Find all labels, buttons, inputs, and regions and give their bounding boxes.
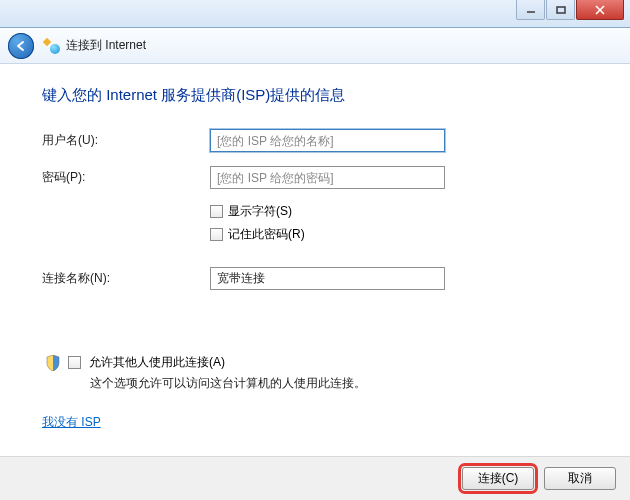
content-area: 键入您的 Internet 服务提供商(ISP)提供的信息 用户名(U): 密码… <box>0 64 630 456</box>
connection-name-label: 连接名称(N): <box>42 270 210 287</box>
allow-others-checkbox[interactable] <box>68 356 81 369</box>
close-button[interactable] <box>576 0 624 20</box>
footer: 连接(C) 取消 <box>0 456 630 500</box>
titlebar <box>0 0 630 28</box>
connect-button-label: 连接(C) <box>478 470 519 487</box>
username-input[interactable] <box>210 129 445 152</box>
minimize-button[interactable] <box>516 0 545 20</box>
shield-icon <box>46 355 60 371</box>
password-label: 密码(P): <box>42 169 210 186</box>
connect-button[interactable]: 连接(C) <box>462 467 534 490</box>
no-isp-link[interactable]: 我没有 ISP <box>42 414 101 431</box>
cancel-button[interactable]: 取消 <box>544 467 616 490</box>
allow-others-label: 允许其他人使用此连接(A) <box>89 354 225 371</box>
internet-icon <box>44 38 60 54</box>
back-button[interactable] <box>8 33 34 59</box>
remember-label: 记住此密码(R) <box>228 226 305 243</box>
allow-others-desc: 这个选项允许可以访问这台计算机的人使用此连接。 <box>90 375 594 392</box>
page-title: 键入您的 Internet 服务提供商(ISP)提供的信息 <box>42 86 594 105</box>
show-chars-row: 显示字符(S) <box>210 203 594 220</box>
maximize-button[interactable] <box>546 0 575 20</box>
header-title-text: 连接到 Internet <box>66 37 146 54</box>
svg-rect-1 <box>557 7 565 13</box>
allow-block: 允许其他人使用此连接(A) 这个选项允许可以访问这台计算机的人使用此连接。 <box>46 354 594 392</box>
remember-checkbox[interactable] <box>210 228 223 241</box>
show-chars-checkbox[interactable] <box>210 205 223 218</box>
password-row: 密码(P): <box>42 166 594 189</box>
connection-name-row: 连接名称(N): <box>42 267 594 290</box>
connection-name-input[interactable] <box>210 267 445 290</box>
username-row: 用户名(U): <box>42 129 594 152</box>
username-label: 用户名(U): <box>42 132 210 149</box>
remember-row: 记住此密码(R) <box>210 226 594 243</box>
password-input[interactable] <box>210 166 445 189</box>
cancel-button-label: 取消 <box>568 470 592 487</box>
show-chars-label: 显示字符(S) <box>228 203 292 220</box>
header-title: 连接到 Internet <box>44 37 146 54</box>
header-bar: 连接到 Internet <box>0 28 630 64</box>
